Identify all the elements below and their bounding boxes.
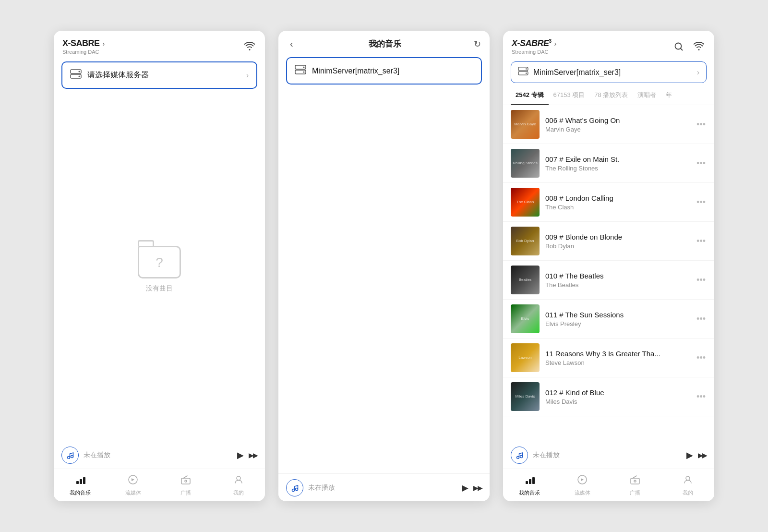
player-bar-1: 未在播放 ▶ ▶▶ (54, 441, 265, 469)
header-icons-3 (672, 40, 706, 53)
brand-block-3: X-SABRE3 › Streaming DAC (512, 38, 556, 55)
bottom-nav-1: 我的音乐 流媒体 广播 (54, 469, 265, 501)
album-item-11r[interactable]: Lawson11 Reasons Why 3 Is Greater Tha...… (503, 339, 714, 377)
album-item-009[interactable]: Bob Dylan009 # Blonde on BlondeBob Dylan… (503, 222, 714, 261)
nav-radio-3[interactable]: 广播 (618, 474, 652, 496)
brand-name-1: X-SABRE › (62, 38, 105, 48)
album-art-011: Elvis (511, 304, 540, 333)
album-artist-011: Elvis Presley (545, 320, 690, 327)
nav-my-music-3[interactable]: 我的音乐 (513, 474, 546, 496)
player-title-3: 未在播放 (533, 451, 682, 459)
album-more-11r[interactable]: ••• (696, 351, 707, 365)
wifi-icon-3[interactable] (692, 40, 706, 53)
album-artist-11r: Steve Lawson (545, 359, 690, 366)
player-music-icon-3[interactable] (511, 447, 528, 464)
skip-button-2[interactable]: ▶▶ (473, 484, 482, 492)
refresh-icon-2[interactable]: ↻ (474, 39, 481, 49)
play-button-3[interactable]: ▶ (686, 450, 693, 460)
album-item-007[interactable]: Rolling Stones007 # Exile on Main St.The… (503, 144, 714, 183)
wifi-icon-1[interactable] (243, 40, 256, 53)
tabs-bar-3: 2542 专辑 67153 项目 78 播放列表 演唱者 年 (503, 86, 714, 105)
server-bar-3[interactable]: MinimServer[matrix_ser3] › (511, 61, 707, 83)
album-artist-009: Bob Dylan (545, 242, 690, 250)
album-more-009[interactable]: ••• (696, 234, 707, 248)
album-item-008[interactable]: The Clash008 # London CallingThe Clash••… (503, 183, 714, 222)
nav-profile-icon-3 (683, 474, 693, 488)
album-item-010[interactable]: Beatles010 # The BeatlesThe Beatles••• (503, 261, 714, 300)
album-info-009: 009 # Blonde on BlondeBob Dylan (545, 233, 690, 250)
play-button-1[interactable]: ▶ (237, 450, 244, 460)
skip-button-1[interactable]: ▶▶ (249, 451, 257, 459)
album-title-007: 007 # Exile on Main St. (545, 155, 690, 163)
header-sub-1: Streaming DAC (62, 49, 105, 55)
album-art-012: Miles Davis (511, 382, 540, 411)
server-chevron-3: › (697, 68, 699, 77)
album-title-010: 010 # The Beatles (545, 272, 690, 280)
tab-items[interactable]: 67153 项目 (549, 86, 590, 105)
album-item-012[interactable]: Miles Davis012 # Kind of BlueMiles Davis… (503, 377, 714, 416)
back-arrow-2[interactable]: ‹ (287, 37, 296, 50)
album-art-010: Beatles (511, 266, 540, 294)
folder-question: ? (156, 255, 163, 270)
album-info-012: 012 # Kind of BlueMiles Davis (545, 388, 690, 405)
play-button-2[interactable]: ▶ (462, 483, 468, 493)
nav-my-music-1[interactable]: 我的音乐 (63, 474, 97, 496)
svg-point-15 (303, 67, 305, 68)
player-bar-3: 未在播放 ▶ ▶▶ (503, 441, 714, 469)
svg-rect-10 (181, 478, 190, 484)
nav-profile-1[interactable]: 我的 (222, 474, 255, 496)
album-art-006: Marvin Gaye (511, 110, 540, 139)
album-more-011[interactable]: ••• (696, 312, 707, 326)
svg-point-32 (686, 476, 690, 480)
album-more-008[interactable]: ••• (696, 195, 707, 209)
brand-chevron-3[interactable]: › (554, 40, 557, 48)
server-item-2[interactable]: MinimServer[matrix_ser3] (286, 57, 482, 85)
album-item-006[interactable]: Marvin Gaye006 # What's Going OnMarvin G… (503, 105, 714, 144)
album-item-011[interactable]: Elvis011 # The Sun SessionsElvis Presley… (503, 300, 714, 339)
nav-stream-3[interactable]: 流媒体 (565, 474, 599, 496)
album-list-3: Marvin Gaye006 # What's Going OnMarvin G… (503, 105, 714, 441)
search-icon-3[interactable] (672, 40, 685, 53)
server-label-1: 请选择媒体服务器 (87, 70, 240, 80)
header-1: X-SABRE › Streaming DAC (54, 31, 265, 59)
folder-shape: ? (138, 246, 181, 278)
svg-point-16 (303, 72, 305, 73)
tab-playlists[interactable]: 78 播放列表 (589, 86, 633, 105)
server-label-3: MinimServer[matrix_ser3] (533, 68, 692, 77)
screens-container: X-SABRE › Streaming DAC (35, 12, 733, 520)
player-bar-2: 未在播放 ▶ ▶▶ (278, 473, 490, 501)
album-title-011: 011 # The Sun Sessions (545, 311, 690, 319)
player-music-icon-1[interactable] (61, 447, 79, 464)
nav-profile-3[interactable]: 我的 (671, 474, 705, 496)
skip-button-3[interactable]: ▶▶ (698, 451, 707, 459)
album-title-008: 008 # London Calling (545, 194, 690, 202)
tab-artists[interactable]: 演唱者 (633, 86, 661, 105)
nav-stream-1[interactable]: 流媒体 (116, 474, 150, 496)
svg-point-2 (79, 71, 80, 73)
brand-chevron-1[interactable]: › (103, 40, 105, 48)
nav-stream-label-1: 流媒体 (125, 489, 141, 496)
album-info-006: 006 # What's Going OnMarvin Gaye (545, 116, 690, 133)
svg-rect-27 (529, 479, 531, 484)
album-more-007[interactable]: ••• (696, 157, 707, 170)
album-info-11r: 11 Reasons Why 3 Is Greater Tha...Steve … (545, 350, 690, 366)
select-server-item[interactable]: 请选择媒体服务器 › (61, 61, 257, 89)
tab-year[interactable]: 年 (661, 86, 677, 105)
screen-album-list: X-SABRE3 › Streaming DAC (503, 31, 714, 501)
album-more-010[interactable]: ••• (696, 273, 707, 287)
header-icons-1 (243, 40, 256, 53)
album-more-012[interactable]: ••• (696, 390, 707, 404)
album-more-006[interactable]: ••• (696, 118, 707, 132)
album-artist-010: The Beatles (545, 281, 690, 289)
folder-tab (138, 240, 154, 246)
svg-rect-26 (526, 481, 528, 484)
nav-stream-label-3: 流媒体 (575, 489, 590, 496)
empty-state-1: ? 没有曲目 (54, 92, 265, 441)
player-music-icon-2[interactable] (286, 479, 303, 496)
nav-radio-1[interactable]: 广播 (169, 474, 203, 496)
tab-albums[interactable]: 2542 专辑 (511, 86, 549, 105)
player-title-1: 未在播放 (84, 451, 232, 459)
album-art-007: Rolling Stones (511, 149, 540, 178)
svg-point-11 (185, 480, 187, 482)
server-icon-1 (70, 69, 82, 81)
